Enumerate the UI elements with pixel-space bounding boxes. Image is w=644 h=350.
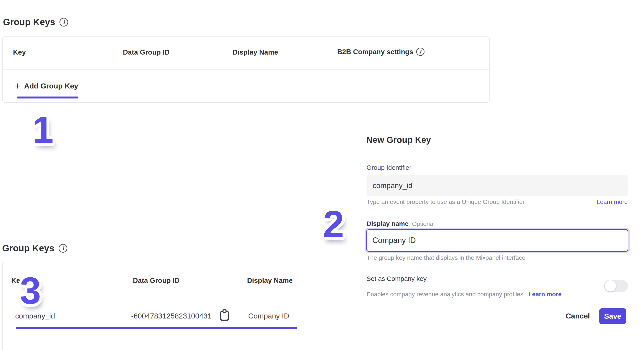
table-header-divider (2, 69, 490, 70)
company-key-helper: Enables company revenue analytics and co… (366, 291, 562, 298)
group-identifier-helper: Type an event property to use as a Uniqu… (366, 199, 524, 206)
group-keys-table-empty (2, 36, 490, 103)
table-row-divider (2, 334, 306, 334)
column-header-data-group-id: Data Group ID (133, 277, 180, 285)
info-glyph: i (63, 19, 65, 26)
company-key-toggle[interactable] (604, 280, 628, 292)
column-header-b2b-label: B2B Company settings (337, 48, 413, 56)
save-button[interactable]: Save (599, 308, 626, 324)
toggle-knob (605, 280, 616, 291)
column-header-b2b-company-settings: B2B Company settings i (337, 48, 424, 56)
add-group-key-button[interactable]: + Add Group Key (15, 81, 78, 91)
set-as-company-key-label: Set as Company key (366, 275, 427, 282)
column-header-key: Key (13, 48, 26, 56)
group-keys-heading-top: Group Keys i (3, 17, 68, 27)
company-key-helper-text: Enables company revenue analytics and co… (366, 291, 525, 298)
column-header-data-group-id: Data Group ID (123, 48, 170, 56)
step3-highlight-underline (16, 327, 297, 329)
row-display-name-cell: Company ID (248, 312, 289, 320)
add-group-key-label: Add Group Key (24, 82, 78, 90)
plus-icon: + (15, 81, 21, 91)
table-header-divider (2, 298, 306, 298)
info-icon[interactable]: i (416, 48, 424, 56)
group-keys-table-filled (2, 262, 306, 350)
new-group-key-title: New Group Key (366, 135, 431, 145)
group-identifier-input[interactable] (366, 175, 628, 196)
info-glyph: i (420, 49, 421, 55)
column-header-display-name: Display Name (232, 48, 278, 56)
cancel-button[interactable]: Cancel (565, 312, 591, 320)
clipboard-icon-svg (219, 309, 230, 321)
page-title: Group Keys (3, 17, 55, 27)
column-header-display-name: Display Name (247, 277, 293, 285)
group-identifier-label: Group Identifier (366, 164, 412, 171)
info-icon[interactable]: i (58, 244, 67, 253)
display-name-helper: The group key name that displays in the … (366, 254, 526, 261)
display-name-label-row: Display name Optional (366, 220, 435, 227)
display-name-input[interactable] (366, 229, 628, 252)
page: Group Keys i Key Data Group ID Display N… (0, 0, 644, 350)
display-name-label: Display name (366, 220, 408, 227)
info-glyph: i (62, 245, 64, 252)
step-2-badge: 2 (323, 205, 344, 243)
group-identifier-learn-more-link[interactable]: Learn more (597, 199, 628, 206)
row-data-group-id-cell: -6004783125823100431 (131, 312, 212, 320)
page-title: Group Keys (2, 243, 54, 253)
display-name-optional-tag: Optional (412, 220, 434, 227)
copy-icon[interactable] (219, 309, 230, 321)
step1-highlight-underline (17, 97, 78, 98)
step-3-badge: 3 (20, 272, 41, 309)
row-key-cell: company_id (15, 312, 55, 320)
group-keys-heading-bottom: Group Keys i (2, 243, 67, 253)
company-key-learn-more-link[interactable]: Learn more (528, 291, 562, 298)
info-icon[interactable]: i (60, 18, 68, 27)
step-1-badge: 1 (32, 111, 54, 149)
